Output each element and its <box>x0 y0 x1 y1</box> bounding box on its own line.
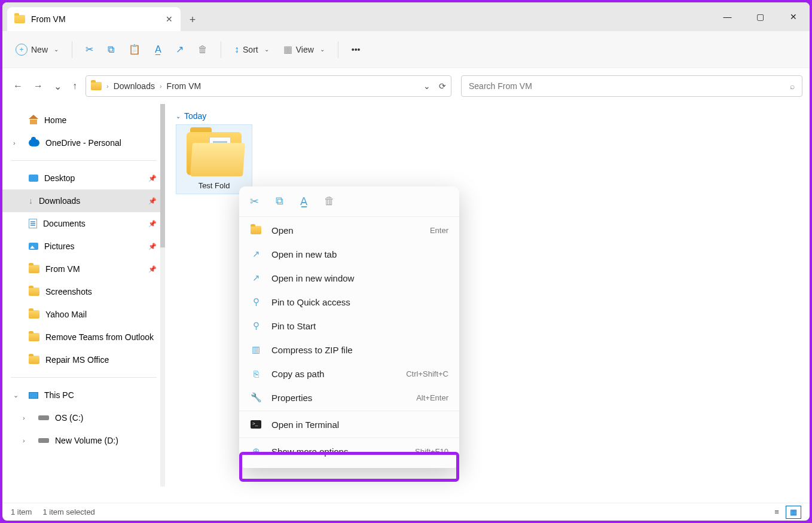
sidebar-item-screenshots[interactable]: Screenshots <box>2 280 165 303</box>
context-show-more[interactable]: ⊕Show more optionsShift+F10 <box>239 439 459 463</box>
pin-icon[interactable]: 📌 <box>148 175 157 182</box>
sidebar-item-drive-d[interactable]: ›New Volume (D:) <box>2 429 165 452</box>
sidebar-item-removeteams[interactable]: Remove Teams from Outlook <box>2 326 165 348</box>
folder-icon <box>14 15 25 23</box>
rename-button[interactable]: A̲ <box>149 39 167 60</box>
chevron-down-icon[interactable]: ⌄ <box>13 392 19 399</box>
group-header-today[interactable]: ⌄ Today <box>176 111 799 121</box>
nav-buttons: ← → ⌄ ↑ <box>10 81 81 92</box>
search-input[interactable] <box>469 81 790 91</box>
rename-icon[interactable]: A̲ <box>300 195 307 208</box>
folder-icon <box>251 226 261 234</box>
recent-button[interactable]: ⌄ <box>54 81 62 92</box>
paste-icon: 📋 <box>129 44 141 55</box>
sidebar-item-desktop[interactable]: Desktop📌 <box>2 167 165 189</box>
context-open-terminal[interactable]: Open in Terminal <box>239 412 459 436</box>
copy-icon: ⧉ <box>108 44 114 55</box>
sidebar-item-documents[interactable]: Documents📌 <box>2 212 165 235</box>
titlebar: From VM ✕ + — ▢ ✕ <box>2 2 810 31</box>
drive-icon <box>38 415 49 420</box>
new-tab-button[interactable]: + <box>181 14 204 31</box>
details-view-button[interactable]: ≡ <box>769 506 784 519</box>
icons-view-button[interactable]: ▦ <box>786 506 801 519</box>
tab[interactable]: From VM ✕ <box>7 7 181 31</box>
breadcrumb-fromvm[interactable]: From VM <box>167 81 202 91</box>
context-properties[interactable]: 🔧PropertiesAlt+Enter <box>239 386 459 409</box>
scissors-icon: ✂ <box>86 44 93 55</box>
chevron-right-icon: › <box>106 82 109 90</box>
folder-icon <box>29 356 39 364</box>
file-label: Test Fold <box>180 181 248 190</box>
search-box[interactable]: ⌕ <box>461 75 802 97</box>
context-open-new-tab[interactable]: ↗Open in new tab <box>239 242 459 266</box>
chevron-down-icon: ⌄ <box>320 46 325 53</box>
view-mode-buttons: ≡ ▦ <box>769 506 801 519</box>
refresh-button[interactable]: ⟳ <box>439 81 446 91</box>
minimize-button[interactable]: — <box>711 2 744 31</box>
pin-icon[interactable]: 📌 <box>148 265 157 273</box>
file-item-testfolder[interactable]: Test Fold <box>176 124 252 194</box>
view-button[interactable]: ▦ View ⌄ <box>277 39 331 60</box>
chevron-right-icon[interactable]: › <box>13 139 16 146</box>
sidebar-item-drive-c[interactable]: ›OS (C:) <box>2 406 165 429</box>
trash-icon[interactable]: 🗑 <box>324 195 335 208</box>
context-compress-zip[interactable]: ▥Compress to ZIP file <box>239 338 459 362</box>
terminal-icon <box>251 420 261 429</box>
folder-icon <box>29 310 39 319</box>
wrench-icon: 🔧 <box>250 392 262 403</box>
folder-icon <box>29 333 39 341</box>
context-open-new-window[interactable]: ↗Open in new window <box>239 266 459 290</box>
maximize-button[interactable]: ▢ <box>744 2 777 31</box>
breadcrumb-downloads[interactable]: Downloads <box>114 81 155 91</box>
sidebar-item-pictures[interactable]: Pictures📌 <box>2 235 165 258</box>
pin-icon[interactable]: 📌 <box>148 243 157 250</box>
zip-icon: ▥ <box>250 344 262 355</box>
home-icon <box>29 116 38 124</box>
context-pin-start[interactable]: ⚲Pin to Start <box>239 314 459 338</box>
close-button[interactable]: ✕ <box>777 2 810 31</box>
chevron-right-icon[interactable]: › <box>23 414 25 421</box>
selection-count: 1 item selected <box>42 507 94 516</box>
sidebar-scrollbar[interactable] <box>160 104 165 487</box>
folder-icon <box>29 265 39 273</box>
item-count: 1 item <box>11 507 32 516</box>
nav-pane: Home ›OneDrive - Personal Desktop📌 ↓Down… <box>2 104 165 503</box>
cut-icon[interactable]: ✂ <box>250 195 259 208</box>
copy-button[interactable]: ⧉ <box>102 39 120 60</box>
paste-button[interactable]: 📋 <box>123 39 146 60</box>
ellipsis-icon: ••• <box>352 45 361 54</box>
back-button[interactable]: ← <box>13 81 23 91</box>
copy-icon[interactable]: ⧉ <box>276 195 283 208</box>
pin-icon: ⚲ <box>250 296 262 307</box>
sidebar-item-yahoomail[interactable]: Yahoo Mail <box>2 303 165 326</box>
address-bar[interactable]: › Downloads › From VM ⌄ ⟳ <box>86 75 451 97</box>
forward-button[interactable]: → <box>33 81 43 91</box>
sidebar-item-thispc[interactable]: ⌄This PC <box>2 384 165 406</box>
sidebar-item-onedrive[interactable]: ›OneDrive - Personal <box>2 131 165 154</box>
sidebar-item-downloads[interactable]: ↓Downloads📌 <box>2 189 165 212</box>
sidebar-item-repairoffice[interactable]: Repair MS Office <box>2 348 165 371</box>
chevron-right-icon: › <box>160 82 162 90</box>
up-button[interactable]: ↑ <box>72 81 77 91</box>
cut-button[interactable]: ✂ <box>80 39 99 60</box>
navigation-row: ← → ⌄ ↑ › Downloads › From VM ⌄ ⟳ ⌕ <box>2 68 810 104</box>
search-icon[interactable]: ⌕ <box>790 81 795 91</box>
sidebar-item-home[interactable]: Home <box>2 109 165 131</box>
context-pin-quick[interactable]: ⚲Pin to Quick access <box>239 290 459 314</box>
pin-icon[interactable]: 📌 <box>148 197 157 205</box>
history-dropdown-icon[interactable]: ⌄ <box>423 81 431 91</box>
new-button[interactable]: + New ⌄ <box>10 39 65 60</box>
delete-button[interactable]: 🗑 <box>192 39 213 60</box>
share-button[interactable]: ↗ <box>170 39 190 60</box>
view-icon: ▦ <box>283 44 292 55</box>
context-copy-path[interactable]: ⎘Copy as pathCtrl+Shift+C <box>239 362 459 386</box>
open-window-icon: ↗ <box>250 273 262 283</box>
chevron-right-icon[interactable]: › <box>23 437 25 444</box>
close-tab-icon[interactable]: ✕ <box>165 14 173 24</box>
context-open[interactable]: OpenEnter <box>239 218 459 242</box>
sidebar-item-fromvm[interactable]: From VM📌 <box>2 258 165 280</box>
more-button[interactable]: ••• <box>346 39 367 60</box>
sort-button[interactable]: ↕ Sort ⌄ <box>228 39 275 60</box>
pin-icon[interactable]: 📌 <box>148 220 157 228</box>
status-bar: 1 item 1 item selected ≡ ▦ <box>2 503 810 521</box>
